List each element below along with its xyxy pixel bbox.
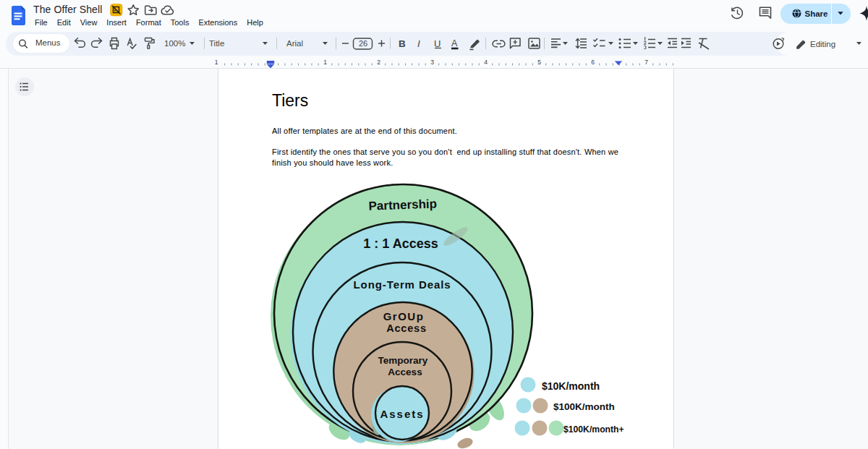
svg-text:5: 5 xyxy=(537,59,541,66)
svg-text:Arial: Arial xyxy=(286,39,303,48)
svg-text:Editing: Editing xyxy=(810,40,835,48)
svg-text:1 : 1 Access: 1 : 1 Access xyxy=(363,236,438,251)
svg-text:Temporary: Temporary xyxy=(378,355,428,366)
svg-text:A: A xyxy=(451,38,458,48)
svg-text:100%: 100% xyxy=(164,39,185,48)
svg-text:1: 1 xyxy=(323,59,327,66)
svg-text:Access: Access xyxy=(388,367,422,377)
svg-text:$100K/month+: $100K/month+ xyxy=(563,424,624,435)
svg-text:Title: Title xyxy=(209,39,224,48)
svg-text:I: I xyxy=(417,38,420,49)
svg-text:26: 26 xyxy=(359,39,367,48)
svg-text:GrOUp: GrOUp xyxy=(383,310,425,322)
svg-text:7: 7 xyxy=(644,59,648,66)
svg-text:Long-Term Deals: Long-Term Deals xyxy=(354,278,451,291)
svg-text:3: 3 xyxy=(430,59,434,66)
svg-text:Access: Access xyxy=(386,322,427,334)
svg-text:6: 6 xyxy=(591,59,595,66)
svg-text:B: B xyxy=(399,38,406,49)
svg-text:$100K/month: $100K/month xyxy=(553,401,615,412)
svg-text:1: 1 xyxy=(215,59,218,66)
svg-text:Partnership: Partnership xyxy=(368,197,437,213)
svg-text:Share: Share xyxy=(805,9,828,18)
svg-text:$10K/month: $10K/month xyxy=(542,380,600,392)
svg-text:2: 2 xyxy=(377,59,380,66)
svg-text:U: U xyxy=(434,38,441,49)
svg-text:4: 4 xyxy=(484,59,488,66)
svg-text:Assets: Assets xyxy=(380,408,424,420)
